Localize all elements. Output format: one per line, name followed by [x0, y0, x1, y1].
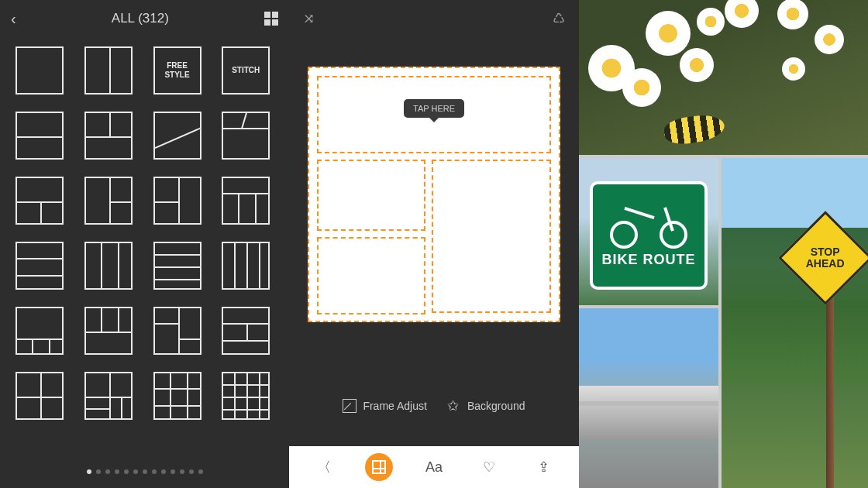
collage-frame[interactable] [432, 160, 551, 313]
favorite-button[interactable]: ♡ [475, 453, 503, 481]
page-dot[interactable] [96, 469, 101, 474]
tap-here-tooltip: TAP HERE [404, 99, 464, 118]
bicycle-icon [610, 204, 687, 249]
layout-option-stitch[interactable]: STITCH [222, 46, 270, 95]
layout-option-freestyle[interactable]: FREE STYLE [153, 46, 202, 95]
photo-bridge [579, 308, 718, 488]
svg-line-4 [155, 127, 200, 148]
layout-option[interactable] [84, 177, 133, 225]
frame-adjust-button[interactable]: Frame Adjust [343, 399, 426, 413]
frame-adjust-label: Frame Adjust [363, 400, 426, 412]
layout-option[interactable] [222, 307, 270, 355]
layout-option[interactable] [84, 372, 133, 420]
layout-option[interactable] [222, 177, 270, 225]
layout-option[interactable] [222, 242, 270, 290]
collage-frame[interactable] [317, 237, 425, 314]
recycle-icon[interactable]: ♺ [553, 10, 565, 27]
share-icon: ⇪ [538, 459, 549, 476]
layout-picker-screen: ‹ ALL (312) FREE STYLE STITCH [0, 0, 289, 488]
background-label: Background [467, 400, 525, 412]
layout-option[interactable] [84, 46, 133, 95]
stop-ahead-text: STOP AHEAD [806, 246, 845, 270]
back-button[interactable]: 〈 [310, 453, 338, 481]
page-dot[interactable] [189, 469, 194, 474]
page-indicator [0, 469, 289, 474]
back-chevron-icon[interactable]: ‹ [11, 10, 16, 28]
layout-option[interactable] [16, 46, 64, 95]
layout-option[interactable] [153, 372, 202, 420]
photo-stop-ahead-sign: STOP AHEAD [722, 158, 868, 488]
layout-option[interactable] [16, 177, 64, 225]
layout-option[interactable] [16, 112, 64, 160]
layout-icon [372, 460, 386, 474]
layout-option[interactable] [222, 372, 270, 420]
shuffle-icon[interactable]: ⤨ [303, 10, 315, 27]
layout-option[interactable] [153, 177, 202, 225]
page-dot[interactable] [180, 469, 184, 474]
page-dot[interactable] [198, 469, 203, 474]
bottom-toolbar: 〈 Aa ♡ ⇪ [289, 446, 579, 488]
layout-option[interactable] [84, 112, 133, 160]
collage-result: BIKE ROUTE STOP AHEAD [579, 0, 868, 488]
page-dot[interactable] [143, 469, 147, 474]
page-dot[interactable] [133, 469, 138, 474]
layout-option[interactable] [16, 242, 64, 290]
photo-daisies [579, 0, 868, 155]
page-dot[interactable] [87, 469, 91, 474]
page-dot[interactable] [170, 469, 175, 474]
text-tab-button[interactable]: Aa [420, 453, 448, 481]
page-dot[interactable] [124, 469, 129, 474]
layout-picker-title: ALL (312) [16, 11, 264, 26]
layout-picker-header: ‹ ALL (312) [0, 0, 289, 37]
layout-option[interactable] [222, 112, 270, 160]
canvas-area: TAP HERE [289, 37, 579, 322]
page-dot[interactable] [161, 469, 166, 474]
layout-grid: FREE STYLE STITCH [0, 37, 289, 429]
bike-route-sign: BIKE ROUTE [590, 181, 708, 290]
page-dot[interactable] [115, 469, 119, 474]
page-dot[interactable] [105, 469, 110, 474]
layout-option[interactable] [153, 112, 202, 160]
layout-option[interactable] [153, 242, 202, 290]
editor-header: ⤨ ♺ [289, 0, 579, 37]
star-icon: ✩ [447, 399, 461, 413]
collage-frame[interactable] [317, 160, 425, 231]
layout-option[interactable] [16, 307, 64, 355]
layout-tab-button[interactable] [365, 453, 393, 481]
edit-options-bar: Frame Adjust ✩ Background [289, 387, 579, 424]
share-button[interactable]: ⇪ [530, 453, 558, 481]
editor-screen: ⤨ ♺ TAP HERE Frame Adjust ✩ Background 〈… [289, 0, 579, 488]
page-dot[interactable] [152, 469, 157, 474]
layout-option[interactable] [84, 307, 133, 355]
layout-option[interactable] [84, 242, 133, 290]
layout-option[interactable] [153, 307, 202, 355]
bike-route-text: BIKE ROUTE [601, 252, 695, 268]
photo-bike-route-sign: BIKE ROUTE [579, 158, 718, 305]
svg-line-6 [242, 113, 246, 129]
layout-option[interactable] [16, 372, 64, 420]
grid-view-icon[interactable] [264, 12, 278, 26]
background-button[interactable]: ✩ Background [447, 399, 525, 413]
resize-icon [343, 399, 356, 413]
collage-canvas[interactable]: TAP HERE [308, 67, 560, 322]
